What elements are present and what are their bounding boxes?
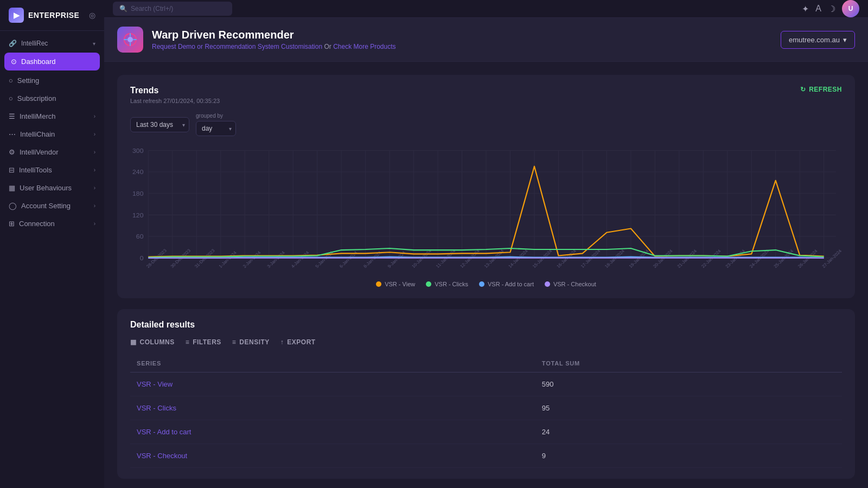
svg-text:300: 300 xyxy=(132,147,144,155)
legend-dot-clicks xyxy=(426,281,431,287)
filters-button[interactable]: ≡ FILTERS xyxy=(186,338,221,346)
sidebar-item-label: Subscription xyxy=(17,94,56,102)
chart-legend: VSR - View VSR - Clicks VSR - Add to car… xyxy=(130,281,842,287)
demo-link[interactable]: Request Demo or Recommendation System Cu… xyxy=(152,43,322,50)
intellitools-icon: ⊟ xyxy=(9,166,15,174)
sidebar-item-label: IntelliVendor xyxy=(20,148,59,156)
svg-text:240: 240 xyxy=(132,169,144,176)
cell-series-checkout: VSR - Checkout xyxy=(130,444,535,468)
translate-icon[interactable]: A xyxy=(815,4,821,14)
svg-text:180: 180 xyxy=(132,190,144,197)
density-button[interactable]: ≡ DENSITY xyxy=(232,338,270,346)
sidebar-item-setting[interactable]: ○ Setting xyxy=(0,72,104,89)
date-range-select[interactable]: Last 30 days Last 7 days Last 90 days xyxy=(130,117,189,132)
columns-button[interactable]: ▦ COLUMNS xyxy=(130,338,175,346)
refresh-button[interactable]: ↻ REFRESH xyxy=(800,86,842,93)
intellivendor-icon: ⚙ xyxy=(9,148,15,156)
series-link-checkout[interactable]: VSR - Checkout xyxy=(137,452,187,460)
account-setting-icon: ◯ xyxy=(9,202,17,210)
sidebar-item-connection[interactable]: ⊞ Connection › xyxy=(0,215,104,233)
table-body: VSR - View 590 VSR - Clicks 95 VSR - Add… xyxy=(130,373,842,468)
moon-icon[interactable]: ☽ xyxy=(828,4,835,14)
density-label: DENSITY xyxy=(239,338,270,346)
grouped-by-label: grouped by xyxy=(196,113,236,119)
legend-vsr-checkout: VSR - Checkout xyxy=(545,281,596,287)
sidebar-item-intellitools[interactable]: ⊟ IntelliTools › xyxy=(0,161,104,179)
detailed-results-toolbar: ▦ COLUMNS ≡ FILTERS ≡ DENSITY ↑ EXPORT xyxy=(130,338,842,346)
svg-text:21-Jan-2024: 21-Jan-2024 xyxy=(676,248,698,269)
refresh-icon: ↻ xyxy=(800,86,806,93)
brand-logo: ▶ xyxy=(9,8,24,23)
avatar[interactable]: U xyxy=(842,0,859,17)
svg-text:22-Jan-2024: 22-Jan-2024 xyxy=(700,248,722,269)
legend-label-addtocart: VSR - Add to cart xyxy=(488,281,534,287)
sidebar-item-subscription[interactable]: ○ Subscription xyxy=(0,89,104,107)
chart-wrapper: 300 240 180 120 60 0 28-Dec-2023 30-Dec-… xyxy=(130,145,842,287)
svg-text:16-Jan-2024: 16-Jan-2024 xyxy=(556,248,577,269)
location-icon[interactable]: ◎ xyxy=(89,11,95,20)
legend-vsr-view: VSR - View xyxy=(376,281,415,287)
trends-card-header: Trends Last refresh 27/01/2024, 00:35:23… xyxy=(130,86,842,113)
svg-text:0: 0 xyxy=(140,254,144,262)
table-row: VSR - Add to cart 24 xyxy=(130,420,842,444)
sidebar-item-label: IntelliMerch xyxy=(20,112,55,120)
products-link[interactable]: Check More Products xyxy=(333,43,395,50)
table-header: SERIES TOTAL SUM xyxy=(130,355,842,373)
legend-dot-checkout xyxy=(545,281,550,287)
svg-text:19-Jan-2024: 19-Jan-2024 xyxy=(628,248,650,269)
col-total: TOTAL SUM xyxy=(535,355,842,373)
columns-icon: ▦ xyxy=(130,338,137,346)
search-box[interactable]: 🔍 Search (Ctrl+/) xyxy=(113,2,232,16)
svg-text:26-Jan-2024: 26-Jan-2024 xyxy=(797,248,819,269)
sidebar-group-label: IntelliRec xyxy=(21,40,48,47)
filters-label: FILTERS xyxy=(193,338,221,346)
content-area: Trends Last refresh 27/01/2024, 00:35:23… xyxy=(104,62,868,488)
plugin-icon xyxy=(117,27,143,53)
cell-series-view: VSR - View xyxy=(130,373,535,396)
sidebar-item-label: Account Setting xyxy=(21,202,71,210)
plugin-subtitle: Request Demo or Recommendation System Cu… xyxy=(152,43,396,50)
trends-card: Trends Last refresh 27/01/2024, 00:35:23… xyxy=(117,75,855,298)
svg-text:10-Jan-2024: 10-Jan-2024 xyxy=(411,248,432,269)
sparkle-icon[interactable]: ✦ xyxy=(802,4,809,14)
main-area: 🔍 Search (Ctrl+/) ✦ A ☽ U Warp Driven Re… xyxy=(104,0,868,488)
cell-total-addtocart: 24 xyxy=(535,420,842,444)
detailed-results-card: Detailed results ▦ COLUMNS ≡ FILTERS ≡ D… xyxy=(117,309,855,479)
trends-title: Trends xyxy=(130,86,220,95)
series-link-view[interactable]: VSR - View xyxy=(137,380,173,388)
series-link-addtocart[interactable]: VSR - Add to cart xyxy=(137,428,191,436)
sidebar-item-intellivendor[interactable]: ⚙ IntelliVendor › xyxy=(0,143,104,161)
subscription-icon: ○ xyxy=(9,94,13,102)
table-row: VSR - Checkout 9 xyxy=(130,444,842,468)
chart-controls: Last 30 days Last 7 days Last 90 days gr… xyxy=(130,113,842,136)
grouped-by-select[interactable]: day week month xyxy=(196,121,236,136)
sidebar-nav: 🔗 IntelliRec ▾ ⊙ Dashboard ○ Setting ○ S… xyxy=(0,31,104,237)
search-icon: 🔍 xyxy=(119,5,127,12)
legend-vsr-addtocart: VSR - Add to cart xyxy=(479,281,534,287)
topnav: 🔍 Search (Ctrl+/) ✦ A ☽ U xyxy=(104,0,868,18)
refresh-label: REFRESH xyxy=(809,86,842,93)
export-button[interactable]: ↑ EXPORT xyxy=(280,338,316,346)
svg-text:12-Jan-2024: 12-Jan-2024 xyxy=(459,248,481,269)
cell-series-addtocart: VSR - Add to cart xyxy=(130,420,535,444)
date-range-group: Last 30 days Last 7 days Last 90 days xyxy=(130,117,189,132)
legend-label-view: VSR - View xyxy=(385,281,415,287)
chevron-right-icon: › xyxy=(94,167,95,173)
svg-text:11-Jan-2024: 11-Jan-2024 xyxy=(435,248,457,269)
domain-button[interactable]: emutree.com.au ▾ xyxy=(781,31,855,49)
sidebar-item-intellimerch[interactable]: ☰ IntelliMerch › xyxy=(0,107,104,125)
sidebar-item-intellichain[interactable]: ⋯ IntelliChain › xyxy=(0,125,104,143)
search-placeholder: Search (Ctrl+/) xyxy=(131,5,173,12)
sidebar-item-dashboard[interactable]: ⊙ Dashboard xyxy=(4,53,100,70)
sidebar-item-account-setting[interactable]: ◯ Account Setting › xyxy=(0,197,104,215)
series-link-clicks[interactable]: VSR - Clicks xyxy=(137,404,176,412)
sidebar-group-intellirec[interactable]: 🔗 IntelliRec ▾ xyxy=(0,35,104,52)
svg-text:15-Jan-2024: 15-Jan-2024 xyxy=(532,248,553,269)
chevron-down-icon: ▾ xyxy=(93,41,95,47)
filters-icon: ≡ xyxy=(186,338,190,346)
dashboard-icon: ⊙ xyxy=(11,57,17,66)
sidebar-item-user-behaviours[interactable]: ▦ User Behaviours › xyxy=(0,179,104,197)
col-series: SERIES xyxy=(130,355,535,373)
domain-label: emutree.com.au xyxy=(789,36,840,44)
svg-point-1 xyxy=(127,37,133,42)
